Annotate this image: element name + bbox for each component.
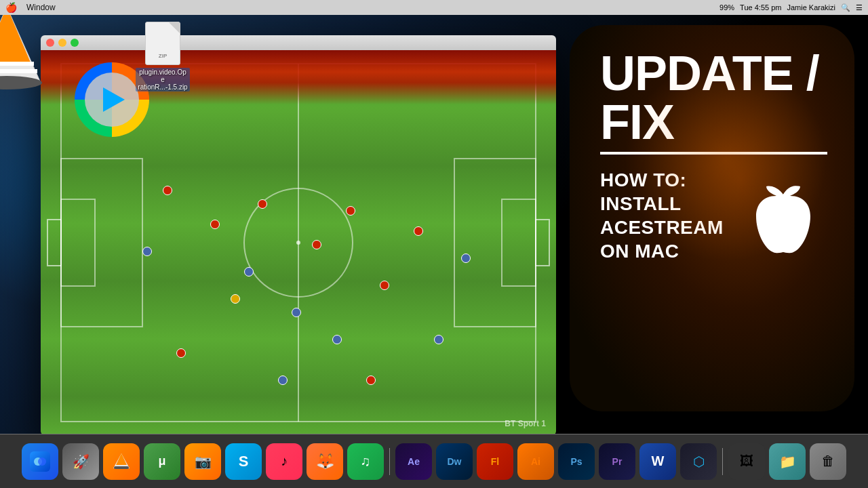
dock-separator-2 <box>722 448 723 475</box>
player <box>366 375 376 385</box>
dock-item-word[interactable]: W <box>639 443 676 480</box>
svg-point-4 <box>296 241 300 245</box>
player <box>434 335 443 344</box>
menubar-window[interactable]: Window <box>26 3 56 12</box>
dock-item-finder[interactable] <box>22 443 58 480</box>
player <box>176 348 186 358</box>
dock-item-utorrent[interactable]: μ <box>144 443 180 480</box>
dock-item-music[interactable]: ♪ <box>266 443 302 480</box>
panel-title: UPDATE / FIX <box>600 49 827 146</box>
svg-point-18 <box>38 458 46 466</box>
dock-item-photos[interactable]: 📷 <box>184 443 221 480</box>
menubar-user: Jamie Karakizi <box>787 3 835 12</box>
window-minimize-button[interactable] <box>58 39 66 47</box>
menu-icon[interactable]: ☰ <box>856 3 863 12</box>
dock-item-launchpad[interactable]: 🚀 <box>62 443 99 480</box>
svg-rect-8 <box>502 199 536 286</box>
menubar: 🍎 Window 99% Tue 4:55 pm Jamie Karakizi … <box>0 0 868 15</box>
dock-item-flash[interactable]: Fl <box>477 443 513 480</box>
player <box>142 247 152 256</box>
subtitle-line2: INSTALL <box>600 193 682 214</box>
player <box>210 220 220 229</box>
play-triangle-icon <box>103 87 125 112</box>
dock-item-spotify[interactable]: ♫ <box>347 443 384 480</box>
svg-rect-7 <box>61 199 95 286</box>
dock-item-album-art[interactable]: 🖼 <box>728 443 765 480</box>
vlc-overlay <box>0 15 54 96</box>
dock-item-kodi[interactable]: ⬡ <box>680 443 717 480</box>
dock-item-vlc[interactable] <box>103 443 140 480</box>
svg-rect-5 <box>61 159 142 327</box>
subtitle-line4: ON MAC <box>600 241 679 262</box>
right-panel: UPDATE / FIX HOW TO: INSTALL ACESTREAM O… <box>570 25 854 411</box>
dock-item-after-effects[interactable]: Ae <box>395 443 432 480</box>
player <box>332 335 342 344</box>
menubar-time: Tue 4:55 pm <box>740 3 781 12</box>
svg-rect-21 <box>114 466 129 469</box>
player <box>244 267 254 277</box>
dock-item-dreamweaver[interactable]: Dw <box>436 443 473 480</box>
svg-marker-12 <box>0 15 31 62</box>
dock-separator <box>389 448 390 475</box>
player <box>312 240 321 249</box>
vlc-play-inner <box>85 73 139 127</box>
player <box>292 308 301 317</box>
panel-divider <box>600 152 827 155</box>
player <box>380 281 389 290</box>
dock-item-trash[interactable]: 🗑 <box>810 443 846 480</box>
main-content: BT Sport 1 ZIP <box>0 15 868 434</box>
dock-item-illustrator[interactable]: Ai <box>517 443 554 480</box>
player <box>278 375 288 385</box>
player <box>461 253 471 263</box>
subtitle-line1: HOW TO: <box>600 169 686 190</box>
referee <box>231 294 240 304</box>
svg-marker-20 <box>116 453 127 465</box>
player <box>258 199 267 209</box>
dock-item-premiere[interactable]: Pr <box>599 443 635 480</box>
dock-item-finder2[interactable]: 📁 <box>769 443 806 480</box>
menubar-battery: 99% <box>719 3 734 12</box>
vlc-titlebar <box>41 35 556 50</box>
svg-rect-6 <box>454 159 536 327</box>
subtitle-line3: ACESTREAM <box>600 217 724 238</box>
bt-sport-watermark: BT Sport 1 <box>505 419 546 428</box>
player <box>163 186 172 195</box>
zip-file: ZIP <box>145 22 180 65</box>
svg-rect-9 <box>47 220 61 266</box>
vlc-cone <box>0 15 54 96</box>
apple-menu[interactable]: 🍎 <box>5 2 17 13</box>
dock: 🚀 μ 📷 S ♪ 🦊 ♫ Ae Dw Fl Ai Ps Pr <box>0 434 868 488</box>
window-maximize-button[interactable] <box>71 39 79 47</box>
svg-rect-10 <box>536 220 549 266</box>
dock-item-skype[interactable]: S <box>225 443 262 480</box>
player <box>346 206 355 216</box>
dock-item-firefox[interactable]: 🦊 <box>307 443 343 480</box>
search-icon[interactable]: 🔍 <box>841 3 850 12</box>
player <box>414 226 423 236</box>
apple-icon <box>749 181 817 265</box>
dock-item-photoshop[interactable]: Ps <box>558 443 595 480</box>
zip-label: plugin.video.OperationR...-1.5.zip <box>136 68 190 92</box>
zip-file-icon[interactable]: ZIP plugin.video.OperationR...-1.5.zip <box>136 22 190 92</box>
